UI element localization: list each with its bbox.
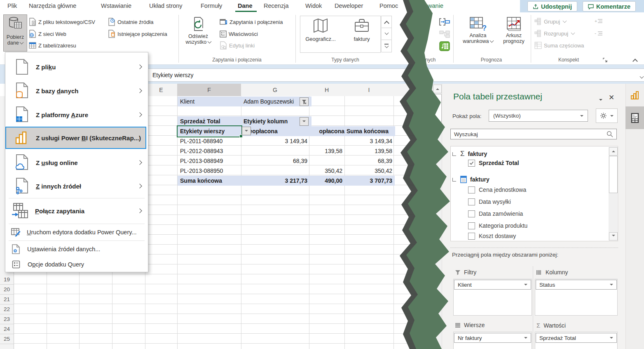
group-label: Grupuj — [544, 19, 560, 25]
menu-item-z-innych-zrodel[interactable]: Z innych źródeł — [5, 174, 148, 198]
column-header-G[interactable]: G — [241, 84, 309, 97]
filters-chip-klient[interactable]: Klient — [454, 280, 531, 290]
existing-connections-button[interactable]: Istniejące połączenia — [108, 29, 167, 38]
field-list-scroll-up[interactable] — [609, 147, 618, 156]
menu-item-uruchom-power-query[interactable]: Uruchom edytora dodatku Power Query... — [5, 224, 148, 240]
menu-item-z-bazy-danych[interactable]: Z bazy danych — [5, 79, 148, 103]
pivot-row-label[interactable]: PL-2011-088940 — [178, 136, 244, 146]
values-chip-sprzedaz-total[interactable]: Sprzedaż Total — [536, 333, 617, 343]
dialog-launcher-icon[interactable] — [603, 57, 607, 64]
pane-close-icon[interactable]: ✕ — [609, 93, 614, 102]
briefcase-icon — [354, 18, 370, 33]
columns-chip-status[interactable]: Status — [536, 280, 617, 290]
checkbox-icon[interactable] — [468, 210, 475, 217]
menu-item-z-pliku[interactable]: Z pliku — [5, 55, 148, 79]
column-header-F[interactable]: F — [177, 84, 241, 97]
chip-label: Nr faktury — [458, 335, 482, 341]
tab-recenzja[interactable]: Recenzja — [264, 2, 288, 9]
chip-label: Klient — [458, 282, 472, 288]
row-header-19[interactable]: 19 — [0, 274, 14, 285]
pivot-colheader-nieoplacona[interactable]: nieopłacona — [241, 126, 311, 136]
field-list-scroll-thumb[interactable] — [609, 156, 618, 193]
field-kategoria-produktu[interactable]: Kategoria produktu — [468, 221, 527, 230]
pivot-cell[interactable]: 68,39 — [241, 156, 310, 166]
checkbox-icon[interactable] — [468, 222, 475, 229]
checkbox-checked-icon[interactable] — [468, 160, 475, 167]
field-cena-jednostkowa[interactable]: Cena jednostkowa — [468, 185, 526, 194]
tab-narzedzia-glowne[interactable]: Narzędzia główne — [29, 2, 76, 9]
from-text-csv-label: Z pliku tekstowego/CSV — [38, 19, 95, 25]
pivot-grand-v2[interactable]: 490,00 — [309, 176, 345, 186]
tab-uklad-strony[interactable]: Układ strony — [149, 2, 183, 9]
pivot-grand-v1[interactable]: 3 217,73 — [241, 176, 310, 186]
what-if-label-line2: warunkowa — [463, 38, 489, 44]
row-header-24[interactable]: 24 — [0, 324, 14, 334]
pivot-row-label[interactable]: PL-2013-088950 — [178, 166, 244, 176]
column-header-H[interactable]: H — [309, 84, 345, 97]
pivot-filter-field-cell[interactable]: Klient — [178, 97, 244, 106]
field-list-scroll-down[interactable] — [609, 232, 618, 241]
pivot-cell[interactable]: 350,42 — [309, 166, 345, 176]
menu-item-opcje-query[interactable]: Opcje dodatku Query — [5, 257, 148, 272]
pivot-row-labels-dropdown[interactable] — [242, 127, 251, 135]
from-web-button[interactable]: Z sieci Web — [29, 29, 66, 38]
pivot-cell[interactable]: 3 149,34 — [241, 136, 310, 146]
field-koszt-dostawy[interactable]: Koszt dostawy — [468, 231, 516, 241]
recent-sources-button[interactable]: Ostatnie źródła — [108, 17, 153, 26]
forecast-label-line2: prognozy — [503, 38, 524, 44]
properties-button[interactable]: Właściwości — [220, 29, 258, 38]
pivotchart-pane-button[interactable] — [625, 84, 644, 106]
fields-pane-button[interactable] — [625, 106, 644, 129]
pane-options-caret-icon[interactable] — [599, 99, 602, 102]
menu-item-z-uslugi-power-bi[interactable]: Z usługi Power BI (SkuteczneRap...) — [5, 127, 146, 149]
row-header-23[interactable]: 23 — [0, 314, 14, 324]
field-data-zamowienia[interactable]: Data zamówienia — [468, 209, 523, 218]
field-sprzedaz-total[interactable]: Sprzedaż Total — [468, 158, 519, 167]
pivot-row-label[interactable]: PL-2012-088943 — [178, 146, 244, 156]
tab-wstawianie[interactable]: Wstawianie — [101, 2, 131, 9]
tab-widok[interactable]: Widok — [305, 2, 322, 9]
tab-deweloper[interactable]: Deweloper — [335, 2, 363, 9]
pivot-grand-label[interactable]: Suma końcowa — [178, 176, 244, 186]
row-header-22[interactable]: 22 — [0, 304, 14, 314]
refresh-all-button[interactable]: Odśwież wszystko — [180, 16, 216, 50]
forecast-sheet-button[interactable]: Arkusz prognozy — [498, 17, 530, 51]
comments-button[interactable]: Komentarze — [583, 1, 636, 12]
field-group-values[interactable]: Σ faktury — [452, 149, 487, 158]
pane-tools-button[interactable] — [596, 108, 618, 123]
field-group-table[interactable]: faktury — [452, 175, 489, 184]
pivot-values-title-cell[interactable]: Sprzedaż Total — [178, 116, 244, 126]
submenu-arrow-icon — [137, 160, 142, 165]
pivot-cell[interactable]: 139,58 — [309, 146, 345, 156]
tab-plik[interactable]: Plik — [7, 2, 17, 9]
pivot-filter-applied-button[interactable] — [300, 97, 309, 106]
rows-chip-nr-faktury[interactable]: Nr faktury — [454, 333, 531, 343]
menu-item-polacz-zapytania[interactable]: Połącz zapytania — [5, 199, 148, 223]
queries-connections-button[interactable]: Zapytania i połączenia — [220, 17, 283, 26]
tab-formuly[interactable]: Formuły — [201, 2, 222, 9]
row-header-21[interactable]: 21 — [0, 294, 14, 304]
tab-dane[interactable]: Dane — [238, 2, 252, 9]
share-button[interactable]: Udostępnij — [527, 1, 577, 12]
from-text-csv-button[interactable]: Z pliku tekstowego/CSV — [29, 17, 95, 26]
row-header-25[interactable]: 25 — [0, 334, 14, 344]
data-type-geography[interactable]: Geograficz... — [302, 18, 339, 50]
checkbox-icon[interactable] — [468, 233, 475, 240]
checkbox-icon[interactable] — [468, 186, 475, 193]
row-header-20[interactable]: 20 — [0, 284, 14, 295]
from-table-range-button[interactable]: Z tabeli/zakresu — [29, 41, 76, 50]
menu-item-z-platformy-azure[interactable]: Z platformy Azure — [5, 103, 148, 127]
what-if-analysis-button[interactable]: ? Analiza warunkowa — [459, 17, 497, 51]
column-header-E[interactable]: E — [145, 84, 178, 97]
pivot-colheader-oplacona[interactable]: opłacona — [309, 126, 347, 136]
checkbox-icon[interactable] — [468, 198, 475, 205]
pivot-column-labels-dropdown[interactable] — [300, 117, 309, 126]
search-box[interactable]: Wyszukaj — [450, 129, 617, 139]
data-type-faktury[interactable]: faktury — [345, 18, 378, 50]
menu-item-ustawienia-zrodel[interactable]: Ustawienia źródeł danych... — [5, 241, 148, 257]
field-data-wysylki[interactable]: Data wysyłki — [468, 197, 511, 206]
pivot-row-label[interactable]: PL-2013-088949 — [178, 156, 244, 166]
show-fields-dropdown[interactable]: (Wszystko) — [489, 110, 588, 122]
menu-item-z-uslug-online[interactable]: Z usług online — [5, 151, 148, 174]
get-data-button[interactable]: Pobierz dane — [3, 14, 27, 52]
